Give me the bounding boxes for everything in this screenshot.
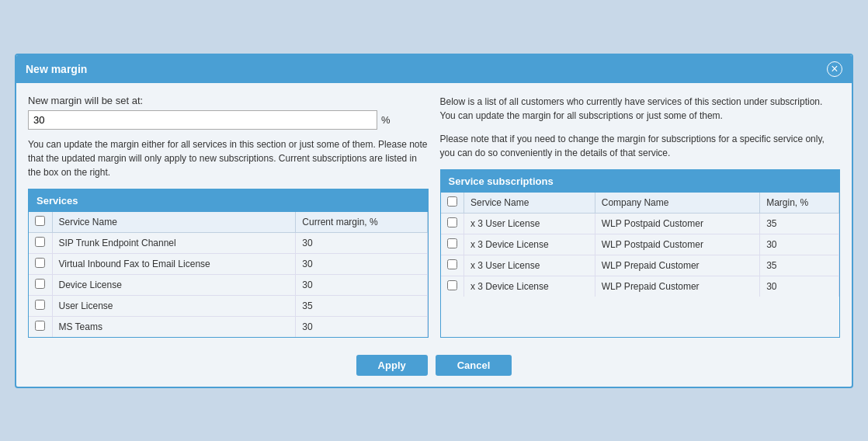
service-name-cell: User License [52,295,296,316]
table-row: x 3 User License WLP Postpaid Customer 3… [441,213,839,234]
row-checkbox-cell [29,274,52,295]
margin-input-row: % [28,110,429,130]
table-row: User License 35 [29,295,427,316]
table-row: Device License 30 [29,274,427,295]
row-checkbox[interactable] [447,238,457,248]
dialog-body: New margin will be set at: % You can upd… [16,83,852,346]
percent-label: % [381,114,391,126]
row-checkbox[interactable] [35,321,45,331]
dialog-header: New margin × [16,55,852,83]
services-table-header: Services [29,189,428,212]
subscription-service-cell: x 3 User License [464,213,595,234]
row-checkbox[interactable] [35,237,45,247]
close-button[interactable]: × [827,61,842,77]
subscriptions-col-service: Service Name [464,193,595,214]
row-checkbox-cell [29,316,52,337]
row-checkbox-cell [441,234,464,255]
subscriptions-table: Service Name Company Name Margin, % x 3 … [441,193,840,297]
subscription-service-cell: x 3 User License [464,255,595,276]
subscription-service-cell: x 3 Device License [464,276,595,297]
left-panel: New margin will be set at: % You can upd… [28,95,429,338]
row-checkbox[interactable] [447,217,457,227]
table-row: x 3 User License WLP Prepaid Customer 35 [441,255,839,276]
right-info-text1: Below is a list of all customers who cur… [440,95,841,123]
row-checkbox-cell [29,295,52,316]
services-col-checkbox [29,212,52,233]
service-margin-cell: 30 [296,232,427,253]
row-checkbox[interactable] [447,259,457,269]
cancel-button[interactable]: Cancel [436,355,512,376]
service-margin-cell: 30 [296,253,427,274]
row-checkbox-cell [29,253,52,274]
table-row: x 3 Device License WLP Prepaid Customer … [441,276,839,297]
subscription-margin-cell: 35 [760,213,839,234]
dialog-title: New margin [26,63,87,75]
right-panel: Below is a list of all customers who cur… [440,95,841,338]
margin-label: New margin will be set at: [28,95,429,106]
subscriptions-col-company: Company Name [595,193,759,214]
service-name-cell: MS Teams [52,316,296,337]
subscription-company-cell: WLP Prepaid Customer [595,276,759,297]
subscription-margin-cell: 30 [760,276,839,297]
row-checkbox-cell [441,255,464,276]
service-name-cell: Device License [52,274,296,295]
row-checkbox-cell [441,276,464,297]
subscription-company-cell: WLP Postpaid Customer [595,213,759,234]
service-margin-cell: 35 [296,295,427,316]
table-row: Virtual Inbound Fax to Email License 30 [29,253,427,274]
service-name-cell: SIP Trunk Endpoint Channel [52,232,296,253]
subscriptions-select-all-checkbox[interactable] [447,196,457,207]
services-col-margin: Current margin, % [296,212,427,233]
apply-button[interactable]: Apply [356,355,428,376]
row-checkbox-cell [29,232,52,253]
service-margin-cell: 30 [296,316,427,337]
subscription-company-cell: WLP Prepaid Customer [595,255,759,276]
subscriptions-table-section: Service subscriptions Service Name Compa… [440,169,841,338]
subscriptions-table-header: Service subscriptions [441,170,840,193]
service-name-cell: Virtual Inbound Fax to Email License [52,253,296,274]
subscription-margin-cell: 35 [760,255,839,276]
services-table-section: Services Service Name Current margin, % [28,189,429,338]
table-row: SIP Trunk Endpoint Channel 30 [29,232,427,253]
subscription-margin-cell: 30 [760,234,839,255]
row-checkbox[interactable] [35,279,45,289]
left-info-text: You can update the margin either for all… [28,137,429,179]
row-checkbox-cell [441,213,464,234]
subscription-company-cell: WLP Postpaid Customer [595,234,759,255]
subscription-service-cell: x 3 Device License [464,234,595,255]
table-row: MS Teams 30 [29,316,427,337]
services-table: Service Name Current margin, % SIP Trunk… [29,212,428,337]
row-checkbox[interactable] [447,280,457,290]
subscriptions-table-header-row: Service Name Company Name Margin, % [441,193,839,214]
services-select-all-checkbox[interactable] [35,216,45,226]
services-col-name: Service Name [52,212,296,233]
row-checkbox[interactable] [35,300,45,310]
margin-input[interactable] [28,110,377,130]
right-info-text2: Please note that if you need to change t… [440,132,841,160]
new-margin-dialog: New margin × New margin will be set at: … [15,54,853,388]
subscriptions-col-checkbox [441,193,464,214]
table-row: x 3 Device License WLP Postpaid Customer… [441,234,839,255]
services-table-header-row: Service Name Current margin, % [29,212,427,233]
dialog-footer: Apply Cancel [16,346,852,387]
subscriptions-col-margin: Margin, % [760,193,839,214]
row-checkbox[interactable] [35,258,45,268]
service-margin-cell: 30 [296,274,427,295]
